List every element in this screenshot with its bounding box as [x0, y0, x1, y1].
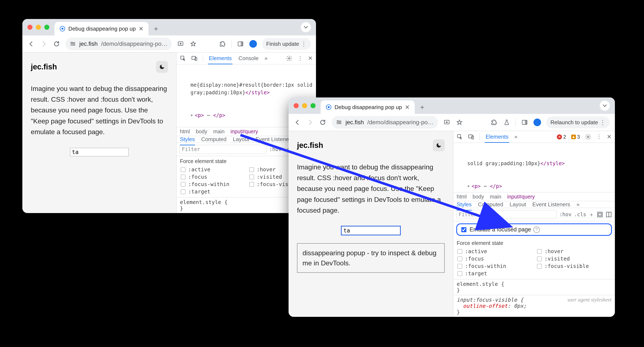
- state-focus[interactable]: :focus: [180, 174, 244, 180]
- hov-toggle[interactable]: :hov: [559, 212, 572, 218]
- more-tabs-icon[interactable]: »: [514, 134, 517, 140]
- cls-toggle[interactable]: .cls: [574, 212, 586, 218]
- subtab-listeners[interactable]: Event Listeners: [256, 136, 294, 142]
- forward-button[interactable]: [306, 118, 314, 126]
- content-area: jec.fish Imagine you want to debug the d…: [288, 131, 615, 317]
- state-target[interactable]: :target: [180, 188, 244, 195]
- more-tabs-icon[interactable]: »: [264, 55, 268, 62]
- settings-icon[interactable]: [286, 55, 292, 62]
- browser-tab[interactable]: Debug disappearing pop up ✕: [321, 100, 415, 114]
- inspect-icon[interactable]: [457, 134, 463, 140]
- kebab-icon[interactable]: ⋮: [298, 55, 303, 62]
- tab-list-button[interactable]: [301, 22, 311, 32]
- state-focus-within[interactable]: :focus-within: [457, 263, 532, 269]
- dark-mode-toggle[interactable]: [156, 61, 168, 73]
- element-style-block[interactable]: element.style { }: [453, 279, 615, 295]
- close-tab-icon[interactable]: ✕: [138, 25, 144, 32]
- tab-elements[interactable]: Elements: [485, 131, 509, 142]
- minimize-window-button[interactable]: [302, 103, 307, 108]
- user-agent-style-block[interactable]: user agent stylesheet input:focus-visibl…: [453, 295, 615, 317]
- tab-list-button[interactable]: [600, 100, 610, 111]
- state-focus[interactable]: :focus: [457, 256, 532, 262]
- close-devtools-icon[interactable]: ✕: [607, 134, 612, 140]
- reload-button[interactable]: [319, 118, 326, 126]
- help-icon[interactable]: ?: [534, 226, 540, 233]
- extensions-icon[interactable]: [490, 118, 498, 126]
- new-style-rule-icon[interactable]: ＋: [589, 211, 594, 218]
- page-content: jec.fish Imagine you want to debug the d…: [288, 131, 453, 317]
- dom-tree[interactable]: solid gray;padding:10px}</style> <p> ⋯ <…: [453, 143, 615, 192]
- subtab-computed[interactable]: Computed: [478, 201, 503, 208]
- close-window-button[interactable]: [28, 25, 32, 30]
- close-window-button[interactable]: [294, 103, 299, 108]
- side-panel-icon[interactable]: [237, 40, 244, 48]
- forward-button[interactable]: [40, 40, 48, 48]
- install-app-icon[interactable]: [177, 40, 184, 48]
- page-body-text: Imagine you want to debug the dissappear…: [31, 83, 168, 137]
- hov-toggle[interactable]: :hov: [269, 146, 282, 152]
- profile-avatar-icon[interactable]: [249, 40, 257, 48]
- state-focus-within[interactable]: :focus-within: [180, 181, 244, 187]
- error-count-badge[interactable]: ✕2: [557, 134, 566, 140]
- panel-layout-icon[interactable]: [606, 211, 612, 218]
- warning-count-badge[interactable]: ▲3: [571, 134, 580, 140]
- filter-input[interactable]: Filter: [180, 145, 267, 154]
- side-panel-icon[interactable]: [521, 118, 528, 126]
- filter-input[interactable]: Filter: [456, 210, 557, 219]
- state-hover[interactable]: :hover: [536, 248, 612, 254]
- tab-console[interactable]: Console: [238, 52, 259, 64]
- state-focus-visible[interactable]: :focus-visible: [536, 263, 612, 269]
- subtab-layout[interactable]: Layout: [510, 201, 526, 208]
- url-host: jec.fish: [346, 119, 364, 126]
- new-tab-button[interactable]: +: [153, 26, 159, 32]
- state-visited[interactable]: :visited: [536, 256, 612, 262]
- more-subtabs-icon[interactable]: »: [576, 201, 580, 208]
- new-tab-button[interactable]: +: [419, 104, 425, 110]
- subtab-listeners[interactable]: Event Listeners: [532, 201, 570, 208]
- tab-strip: Debug disappearing pop up ✕ +: [22, 19, 316, 36]
- address-bar[interactable]: jec.fish/demo/disappearing-po…: [66, 38, 172, 50]
- computed-toggle-icon[interactable]: [597, 211, 603, 218]
- update-button[interactable]: Relaunch to update ⋮: [546, 116, 610, 128]
- profile-avatar-icon[interactable]: [534, 118, 541, 126]
- maximize-window-button[interactable]: [44, 25, 49, 30]
- favicon-icon: [60, 26, 66, 32]
- settings-icon[interactable]: [585, 134, 591, 140]
- install-app-icon[interactable]: [443, 118, 450, 126]
- update-button[interactable]: Finish update ⋮: [262, 38, 311, 50]
- state-active[interactable]: :active: [180, 166, 244, 172]
- emulate-focused-checkbox[interactable]: [461, 227, 466, 232]
- svg-point-22: [340, 122, 341, 123]
- svg-point-21: [337, 120, 338, 122]
- inspect-icon[interactable]: [180, 55, 186, 62]
- state-active[interactable]: :active: [457, 248, 532, 254]
- subtab-styles[interactable]: Styles: [180, 136, 195, 142]
- emulate-focused-page-option[interactable]: Emulate a focused page ?: [456, 224, 612, 236]
- tab-elements[interactable]: Elements: [208, 52, 232, 64]
- reload-button[interactable]: [53, 40, 60, 48]
- state-target[interactable]: :target: [457, 270, 532, 276]
- subtab-computed[interactable]: Computed: [201, 136, 226, 142]
- subtab-styles[interactable]: Styles: [457, 201, 472, 208]
- dark-mode-toggle[interactable]: [433, 140, 445, 151]
- labs-icon[interactable]: [503, 118, 510, 126]
- browser-tab[interactable]: Debug disappearing pop up ✕: [54, 22, 148, 36]
- device-toolbar-icon[interactable]: [191, 55, 198, 62]
- address-bar[interactable]: jec.fish/demo/disappearing-po…: [332, 116, 438, 129]
- close-devtools-icon[interactable]: ✕: [308, 55, 312, 62]
- query-input[interactable]: [70, 148, 129, 156]
- close-tab-icon[interactable]: ✕: [405, 104, 410, 111]
- minimize-window-button[interactable]: [36, 25, 41, 30]
- back-button[interactable]: [294, 118, 301, 126]
- device-toolbar-icon[interactable]: [468, 134, 474, 140]
- back-button[interactable]: [28, 40, 35, 48]
- breadcrumbs[interactable]: html body main input#query: [453, 192, 615, 201]
- bookmark-icon[interactable]: [190, 40, 197, 48]
- query-input[interactable]: [342, 226, 400, 235]
- subtab-layout[interactable]: Layout: [233, 136, 249, 142]
- maximize-window-button[interactable]: [310, 103, 316, 108]
- kebab-icon[interactable]: ⋮: [596, 134, 602, 140]
- force-state-grid: :active :hover :focus :visited :focus-wi…: [453, 248, 615, 279]
- extensions-icon[interactable]: [219, 40, 226, 48]
- bookmark-icon[interactable]: [456, 118, 463, 126]
